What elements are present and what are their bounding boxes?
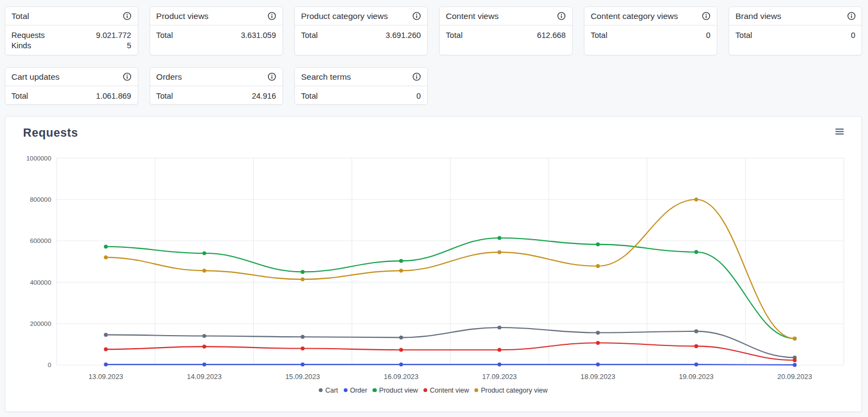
svg-text:16.09.2023: 16.09.2023 [383,372,418,380]
svg-text:19.09.2023: 19.09.2023 [679,372,713,380]
svg-text:1000000: 1000000 [26,154,51,162]
svg-text:200000: 200000 [30,319,52,327]
svg-text:800000: 800000 [30,195,52,203]
svg-text:17.09.2023: 17.09.2023 [482,372,517,380]
svg-text:13.09.2023: 13.09.2023 [88,372,123,380]
svg-text:400000: 400000 [30,278,52,286]
svg-text:15.09.2023: 15.09.2023 [285,372,320,380]
svg-text:20.09.2023: 20.09.2023 [777,372,812,380]
svg-text:0: 0 [47,361,51,369]
svg-text:600000: 600000 [30,237,52,245]
svg-text:18.09.2023: 18.09.2023 [580,372,615,380]
svg-text:14.09.2023: 14.09.2023 [187,372,221,380]
